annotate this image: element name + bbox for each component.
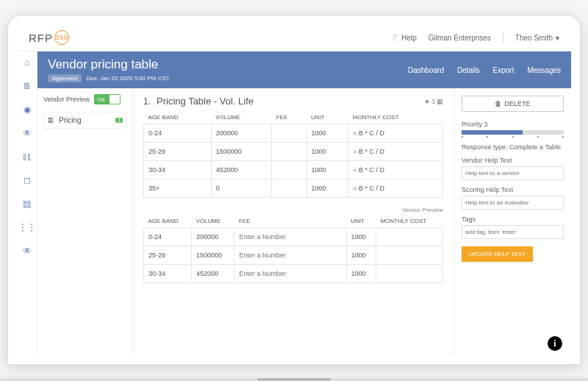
table-row: 25-2915000001000 — [144, 246, 443, 265]
vendor-preview-toggle[interactable]: ON — [94, 94, 121, 104]
nav-camera-icon[interactable]: ◉ — [24, 104, 31, 115]
nav-export[interactable]: Export — [493, 66, 514, 74]
table-row: 35+01000= B * C / D — [144, 179, 443, 198]
section-pricing[interactable]: 🗎 Pricing 3 — [43, 112, 126, 129]
doc-icon: 🗎 — [47, 116, 54, 124]
due-date: Due: Jan 22 2020 5:00 PM CST — [86, 75, 169, 82]
scoring-help-input[interactable] — [462, 196, 564, 210]
table-row: 0-242000001000 — [144, 228, 443, 246]
org-name[interactable]: Gilman Enterprises — [429, 34, 491, 42]
fee-input[interactable] — [239, 233, 341, 241]
question-title: Pricing Table - Vol. Life — [157, 96, 418, 107]
center-content: 1. Pricing Table - Vol. Life ★ 3 ▦ AGE B… — [133, 88, 453, 355]
nav-dashboard[interactable]: Dashboard — [408, 66, 444, 74]
table-row: 0-242000001000= B * C / D — [144, 124, 443, 143]
star-icon: ★ — [424, 98, 430, 105]
user-menu[interactable]: Theo Smith ▾ — [515, 34, 559, 42]
logo: RFP 360 — [29, 30, 69, 45]
left-nav: ⌂ 🗎 ◉ 👁 ⫿⫿ ◻ ▤ ⋮⋮ 👁 — [17, 51, 37, 355]
nav-search-icon[interactable]: 👁 — [23, 246, 32, 256]
tags-input[interactable] — [462, 225, 564, 239]
nav-chart-icon[interactable]: ⫿⫿ — [23, 152, 32, 162]
vendor-preview-heading: Vendor Preview — [143, 207, 443, 213]
table-row: 25-2915000001000= B * C / D — [144, 143, 443, 161]
tags-label: Tags — [462, 216, 564, 223]
nav-binoculars-icon[interactable]: 👁 — [23, 128, 32, 138]
update-help-button[interactable]: UPDATE HELP TEXT — [462, 246, 533, 262]
sidepanel: Vendor Preview ON 🗎 Pricing 3 — [37, 88, 133, 355]
nav-details[interactable]: Details — [457, 66, 480, 74]
fee-input[interactable] — [239, 270, 341, 277]
nav-users-icon[interactable]: ⋮⋮ — [18, 222, 36, 232]
nav-building-icon[interactable]: ▤ — [23, 199, 31, 209]
priority-slider[interactable] — [462, 130, 564, 135]
scoring-help-label: Scoring Help Text — [462, 186, 564, 193]
nav-doc-icon[interactable]: 🗎 — [23, 81, 32, 91]
section-count: 3 — [115, 118, 123, 123]
fee-input[interactable] — [239, 252, 341, 259]
titlebar: Vendor pricing table Approved Due: Jan 2… — [37, 51, 571, 88]
logo-360: 360 — [54, 30, 69, 45]
table-row: 30-344520001000 — [144, 265, 443, 283]
help-link[interactable]: ❔ Help — [390, 34, 417, 42]
page-title: Vendor pricing table — [48, 57, 170, 72]
weight-badge: 3 — [431, 98, 435, 105]
nav-home-icon[interactable]: ⌂ — [24, 57, 29, 68]
question-number: 1. — [143, 96, 151, 107]
chevron-down-icon: ▾ — [556, 34, 559, 42]
divider — [503, 32, 503, 43]
vendor-help-label: Vendor Help Text — [462, 157, 564, 164]
logo-text: RFP — [29, 32, 53, 44]
status-badge: Approved — [48, 74, 82, 82]
vendor-preview-label: Vendor Preview — [43, 96, 90, 103]
pricing-table: AGE BAND VOLUME FEE UNIT MONTHLY COST 0-… — [143, 111, 443, 198]
help-icon: ❔ — [390, 34, 398, 42]
vendor-help-input[interactable] — [462, 166, 564, 180]
response-type: Response type: Complete a Table — [462, 143, 564, 151]
nav-messages[interactable]: Messages — [527, 66, 561, 74]
priority-label: Priority 3 — [462, 121, 564, 128]
nav-bookmark-icon[interactable]: ◻ — [24, 175, 31, 185]
delete-button[interactable]: 🗑 DELETE — [462, 96, 564, 112]
trash-icon: 🗑 — [495, 100, 501, 107]
right-panel: 🗑 DELETE Priority 3 Response type: Compl… — [453, 88, 571, 355]
info-fab[interactable]: i — [548, 336, 562, 351]
vendor-preview-table: AGE BAND VOLUME FEE UNIT MONTHLY COST 0-… — [143, 215, 443, 283]
topbar: RFP 360 ❔ Help Gilman Enterprises Theo S… — [17, 24, 571, 51]
table-row: 30-344520001000= B * C / D — [144, 161, 443, 179]
table-icon: ▦ — [437, 98, 443, 105]
